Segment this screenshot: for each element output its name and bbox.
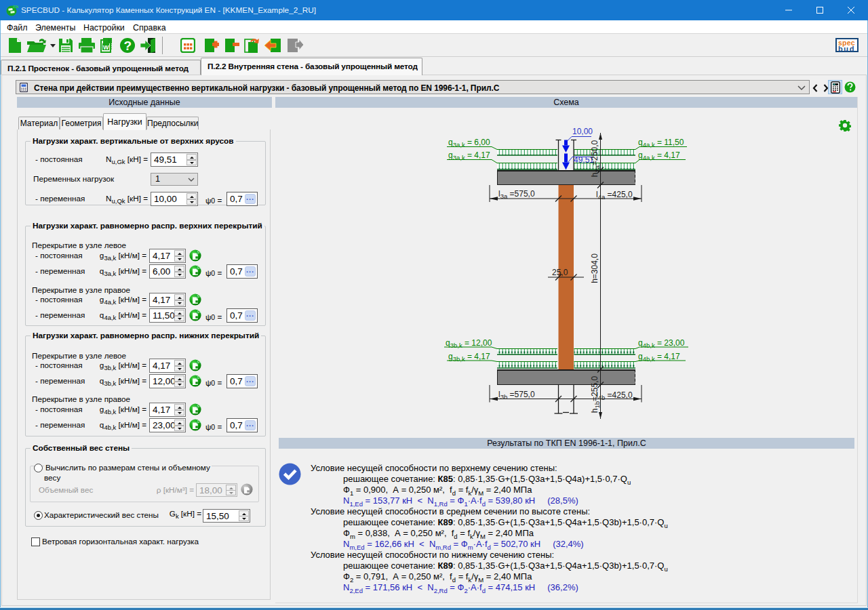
svg-text:l4a =425,0: l4a =425,0 [596, 190, 633, 201]
svg-text:EN: EN [13, 5, 18, 9]
svg-text:l4b =425,0: l4b =425,0 [596, 390, 633, 401]
svg-text:?: ? [124, 39, 132, 53]
svg-text:h=304,0: h=304,0 [590, 253, 599, 283]
svg-text:l3a =575,0: l3a =575,0 [498, 189, 535, 200]
svg-text:10,00: 10,00 [572, 127, 593, 136]
svg-text:l3b =575,0: l3b =575,0 [498, 390, 535, 401]
svg-text:W: W [103, 44, 109, 51]
svg-text:25,0: 25,0 [552, 268, 568, 277]
